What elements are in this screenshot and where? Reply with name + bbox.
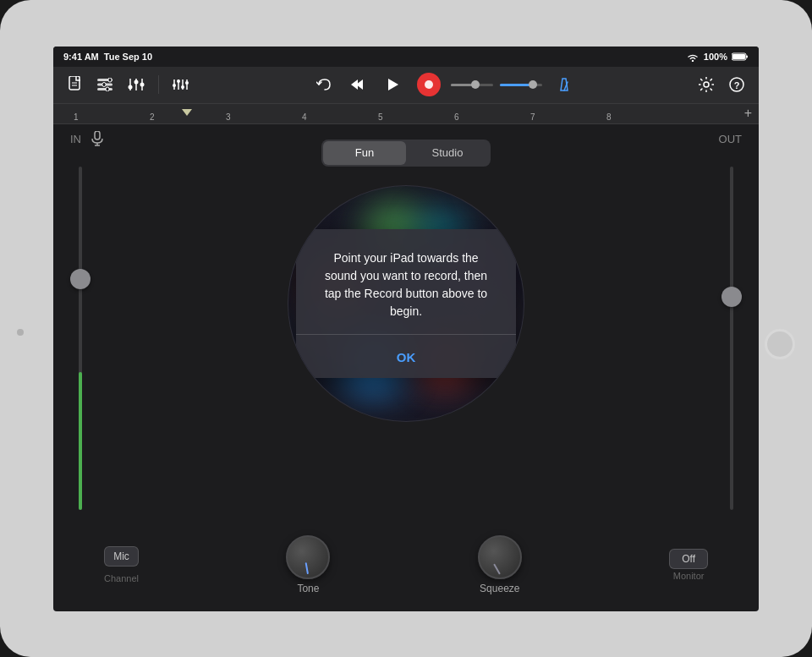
tone-knob[interactable] [286,535,330,579]
toolbar-separator-1 [158,75,159,94]
tempo-slider-thumb[interactable] [471,80,480,89]
tone-group: Tone [286,535,330,594]
svg-point-24 [177,79,180,83]
mode-toggle: Fun Studio [321,140,491,167]
play-icon [387,78,400,91]
ipad-screen: 9:41 AM Tue Sep 10 100% [53,47,759,611]
ruler: 1 2 3 4 5 6 7 8 + [53,104,759,124]
ipad-frame: 9:41 AM Tue Sep 10 100% [0,0,812,657]
tempo-slider-fill [451,84,472,86]
svg-point-0 [692,59,694,61]
input-label: IN [70,133,81,145]
svg-point-23 [173,84,176,87]
input-slider [70,167,91,510]
output-slider [721,167,742,510]
mode-fun-button[interactable]: Fun [323,141,406,165]
toolbar-left-section [62,71,150,98]
input-slider-track[interactable] [79,167,82,510]
svg-rect-11 [102,83,106,87]
undo-icon [316,78,332,91]
playhead-marker [182,109,192,119]
status-date: Tue Sep 10 [104,52,152,62]
output-slider-track[interactable] [730,167,733,510]
mic-icon [91,131,104,146]
ruler-mark-6: 6 [454,112,530,122]
eq-icon [173,78,189,91]
ipad-side-button-left[interactable] [17,329,24,336]
ruler-mark-1: 1 [74,112,150,122]
settings-button[interactable] [693,71,720,98]
monitor-label: Monitor [673,571,705,581]
battery-icon [732,52,749,61]
output-label: OUT [719,133,742,145]
metronome-button[interactable] [552,73,576,96]
volume-slider-track [500,84,542,86]
channel-button[interactable]: Mic [104,546,139,567]
svg-marker-28 [351,79,358,90]
new-document-button[interactable] [62,71,89,98]
svg-point-25 [181,85,184,89]
squeeze-knob-indicator [493,563,501,574]
svg-point-17 [134,80,139,85]
tracks-icon [97,78,114,91]
help-button[interactable]: ? [723,71,750,98]
svg-point-32 [704,82,709,87]
status-bar-right: 100% [686,52,749,62]
toolbar-right-section: ? [693,71,750,98]
squeeze-knob[interactable] [478,535,522,579]
volume-slider-thumb[interactable] [529,80,537,89]
mixer-icon [128,78,145,91]
ruler-mark-7: 7 [530,112,606,122]
output-slider-thumb[interactable] [721,287,742,307]
tempo-slider-track [451,84,493,86]
metronome-icon [557,77,572,92]
rewind-to-start-button[interactable] [346,73,370,96]
add-track-button[interactable]: + [744,106,752,121]
svg-rect-2 [732,54,745,59]
svg-text:?: ? [734,80,740,90]
dialog-divider [296,334,516,335]
audio-visualizer: Point your iPad towards the sound you wa… [288,185,524,422]
input-slider-fill [79,372,82,509]
channel-group: Mic Channel [104,546,139,583]
dialog-message: Point your iPad towards the sound you wa… [320,249,492,320]
channel-sublabel: Channel [104,573,139,583]
monitor-button[interactable]: Off [669,549,708,569]
play-button[interactable] [380,71,407,98]
svg-point-26 [185,81,189,85]
status-bar-left: 9:41 AM Tue Sep 10 [63,52,152,62]
svg-point-18 [140,83,145,87]
bottom-controls: Mic Channel Tone Squeeze [53,518,759,611]
squeeze-group: Squeeze [478,535,522,594]
input-slider-thumb[interactable] [70,269,91,289]
mixer-button[interactable] [123,71,150,98]
undo-button[interactable] [312,73,336,96]
ipad-home-button[interactable] [765,329,795,359]
new-document-icon [68,76,83,93]
svg-rect-35 [95,131,100,140]
mode-studio-button[interactable]: Studio [406,141,489,165]
tone-label: Tone [297,583,319,594]
help-icon: ? [729,77,744,92]
svg-rect-12 [106,87,109,91]
toolbar: ? [53,67,759,104]
record-button[interactable] [417,73,441,96]
ruler-mark-3: 3 [226,112,302,122]
wifi-icon [686,52,700,62]
record-dot [425,80,433,89]
svg-marker-29 [388,79,398,90]
svg-point-16 [129,85,133,90]
tracks-button[interactable] [92,71,119,98]
dialog-ok-button[interactable]: OK [320,342,492,364]
svg-rect-10 [108,78,112,82]
settings-icon [699,77,714,92]
tempo-area [451,84,542,86]
status-time: 9:41 AM [63,52,99,62]
ruler-mark-5: 5 [378,112,454,122]
dialog-overlay: Point your iPad towards the sound you wa… [288,186,524,421]
eq-button[interactable] [167,71,195,98]
squeeze-label: Squeeze [480,583,519,594]
mic-selector-button[interactable] [91,131,104,150]
status-bar: 9:41 AM Tue Sep 10 100% [53,47,759,67]
status-battery: 100% [704,52,727,62]
